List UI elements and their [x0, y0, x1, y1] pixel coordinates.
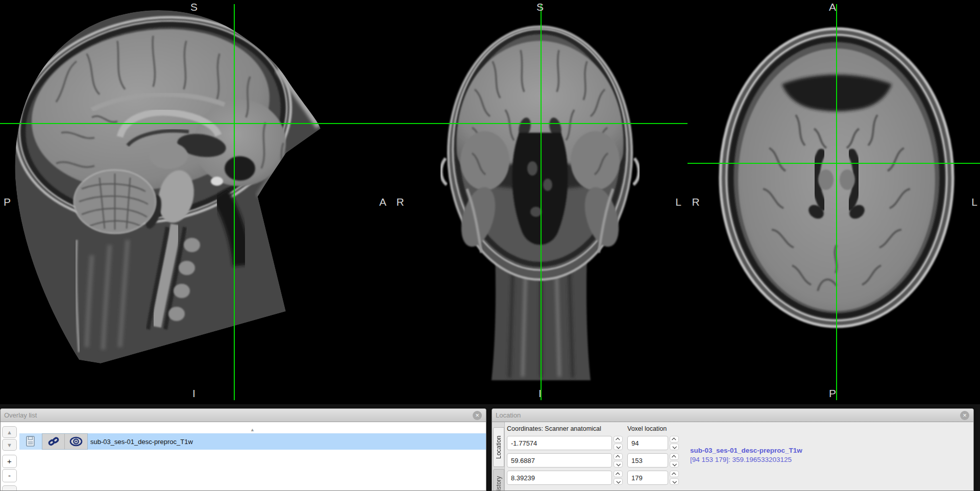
chevron-down-icon: [616, 462, 620, 466]
axial-label-anterior: A: [829, 1, 836, 13]
spin-down-button[interactable]: [670, 478, 679, 485]
fsleyes-window: S I P A: [0, 0, 980, 491]
overlay-add-button[interactable]: +: [2, 455, 17, 468]
overlay-list-titlebar: Overlay list ×: [1, 409, 486, 422]
chevron-down-icon: [616, 445, 620, 449]
location-titlebar: Location ×: [492, 409, 973, 422]
chevron-up-icon: [672, 455, 676, 459]
spin-up-button[interactable]: [614, 453, 623, 460]
spin-down-button[interactable]: [670, 444, 679, 450]
overlay-item-name: sub-03_ses-01_desc-preproc_T1w: [90, 438, 193, 446]
link-icon: [47, 435, 60, 448]
ortho-view-area: S I P A: [0, 0, 980, 404]
voxel-x-input[interactable]: [627, 436, 668, 450]
chevron-up-icon: [616, 455, 620, 459]
spin-down-button[interactable]: [614, 478, 623, 485]
chevron-up-icon: [616, 472, 620, 476]
location-content: Location History Coordinates: Scanner an…: [492, 422, 973, 490]
spin-up-button[interactable]: [670, 436, 679, 443]
chevron-down-icon: [672, 445, 676, 449]
location-panel: Location × Location History Coordinates:…: [492, 408, 974, 491]
voxel-x-spinner: [670, 436, 679, 450]
document-save-icon: [26, 436, 36, 447]
axial-label-posterior: P: [829, 387, 836, 400]
spin-up-button[interactable]: [614, 471, 623, 477]
axial-mri-rendering: [688, 0, 980, 404]
overlay-list-item[interactable]: sub-03_ses-01_desc-preproc_T1w: [19, 433, 486, 450]
sagittal-view-canvas[interactable]: S I P A: [0, 0, 390, 404]
overlay-list-panel: Overlay list × ▲ ▼ + - ▲: [0, 408, 486, 491]
coronal-label-right: R: [396, 196, 404, 208]
chevron-down-icon: [672, 479, 676, 483]
overlay-move-down-button[interactable]: ▼: [2, 439, 17, 451]
world-z-spinner: [614, 471, 623, 485]
coords-header: Coordinates: Scanner anatomical: [507, 425, 601, 432]
world-x-spinner: [614, 436, 623, 450]
overlay-visibility-button[interactable]: [65, 434, 87, 449]
sagittal-label-posterior: P: [4, 196, 11, 208]
overlay-extra-button[interactable]: [2, 485, 17, 491]
spin-down-button[interactable]: [614, 444, 623, 450]
chevron-down-icon: [616, 479, 620, 483]
sort-marker-icon: ▲: [250, 427, 255, 432]
spin-down-button[interactable]: [614, 461, 623, 468]
overlay-list-box: ▲: [19, 422, 486, 490]
spin-down-button[interactable]: [670, 461, 679, 468]
voxel-z-input[interactable]: [627, 471, 668, 485]
voxel-z-spinner: [670, 471, 679, 485]
voxel-header: Voxel location: [627, 425, 667, 432]
axial-label-right: R: [692, 196, 699, 208]
world-y-spinner: [614, 453, 623, 468]
eye-icon: [69, 436, 83, 447]
sagittal-label-superior: S: [190, 1, 198, 13]
overlay-remove-button[interactable]: -: [2, 469, 17, 482]
coronal-mri-rendering: [390, 0, 688, 404]
overlay-list-close-button[interactable]: ×: [473, 411, 482, 420]
chevron-up-icon: [672, 437, 676, 441]
overlay-list-content: ▲ ▼ + - ▲: [1, 422, 486, 490]
location-tab-strip: Location History: [492, 422, 505, 490]
coronal-label-superior: S: [536, 1, 544, 13]
close-icon: ×: [475, 411, 479, 419]
sagittal-crosshair-horizontal: [0, 123, 390, 124]
spin-up-button[interactable]: [670, 471, 679, 477]
location-readout: sub-03_ses-01_desc-preproc_T1w [94 153 1…: [690, 447, 802, 463]
overlay-move-up-button[interactable]: ▲: [2, 426, 17, 438]
sagittal-label-inferior: I: [192, 387, 195, 400]
sagittal-mri-rendering: [0, 0, 390, 404]
axial-label-left: L: [971, 196, 977, 208]
world-x-input[interactable]: [507, 436, 612, 450]
coronal-crosshair-vertical: [541, 4, 542, 400]
coronal-view-canvas[interactable]: S I R L: [390, 0, 688, 404]
location-close-button[interactable]: ×: [960, 411, 969, 420]
overlay-list-title: Overlay list: [4, 411, 37, 419]
tab-location[interactable]: Location: [493, 427, 504, 467]
world-y-input[interactable]: [507, 453, 612, 468]
coronal-label-inferior: I: [538, 387, 542, 400]
spin-up-button[interactable]: [670, 453, 679, 460]
axial-view-canvas[interactable]: A P R L: [688, 0, 980, 404]
overlay-save-button[interactable]: [19, 433, 42, 450]
voxel-y-spinner: [670, 453, 679, 468]
axial-crosshair-vertical: [836, 4, 837, 400]
world-z-input[interactable]: [507, 471, 612, 485]
spin-up-button[interactable]: [614, 436, 623, 443]
readout-overlay-name: sub-03_ses-01_desc-preproc_T1w: [690, 447, 802, 454]
location-title: Location: [496, 411, 521, 419]
sagittal-crosshair-vertical: [234, 4, 235, 400]
close-icon: ×: [963, 411, 967, 419]
overlay-toggle-group: [42, 433, 88, 450]
tab-history[interactable]: History: [493, 469, 504, 491]
sagittal-label-anterior: A: [379, 196, 386, 208]
coronal-label-left: L: [675, 196, 681, 208]
coronal-crosshair-horizontal: [390, 123, 688, 124]
axial-crosshair-horizontal: [688, 163, 980, 164]
overlay-link-button[interactable]: [42, 434, 65, 449]
readout-voxel-value: [94 153 179]: 359.196533203125: [690, 456, 802, 463]
chevron-down-icon: [672, 462, 676, 466]
voxel-y-input[interactable]: [627, 453, 668, 468]
chevron-up-icon: [672, 472, 676, 476]
chevron-up-icon: [616, 437, 620, 441]
